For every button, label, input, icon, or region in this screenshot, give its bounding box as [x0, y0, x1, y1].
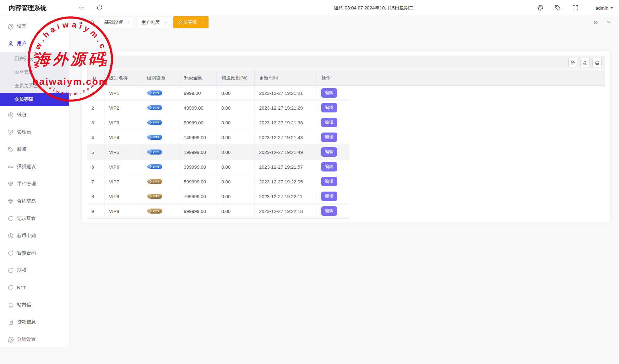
sidebar-item-options[interactable]: 期权: [0, 262, 69, 279]
column-header-ID: ID: [87, 70, 105, 85]
tabs-more-icon[interactable]: »: [594, 19, 598, 26]
tab-用户列表[interactable]: 用户列表×: [137, 16, 172, 28]
dollar-icon: [8, 233, 14, 239]
sidebar-item-smart-contract[interactable]: 智能合约: [0, 244, 69, 262]
tab-close-icon[interactable]: ×: [128, 20, 130, 25]
table-header-row: ID级别名称级别徽章升级金额赠送比例(%)更新时间操作: [87, 70, 605, 86]
badge-text: VIP1: [153, 91, 160, 95]
edit-button[interactable]: 编辑: [321, 88, 337, 98]
print-button[interactable]: [592, 58, 602, 67]
sidebar-item-label: 智能合约: [17, 250, 36, 256]
sidebar-subitem-realname[interactable]: 实名管理: [0, 66, 69, 79]
cell-id: 1: [87, 86, 105, 100]
tab-close-icon[interactable]: ×: [201, 20, 204, 25]
column-header-操作: 操作: [317, 70, 348, 85]
edit-button[interactable]: 编辑: [321, 192, 337, 201]
sidebar-item-news[interactable]: 新闻: [0, 141, 69, 158]
sidebar-item-label: 分销设置: [17, 336, 36, 342]
sidebar: 设置用户用户列表实名管理会员关系图会员等级钱包管理员新闻投拆建议币种管理合约交易…: [0, 16, 69, 347]
tabs-collapse-icon[interactable]: «: [79, 19, 82, 26]
sidebar-item-distribution[interactable]: 分销设置: [0, 331, 69, 348]
column-header-级别名称: 级别名称: [105, 70, 142, 85]
badge-text: VIP3: [153, 121, 160, 124]
palette-icon[interactable]: [537, 4, 544, 11]
edit-button[interactable]: 编辑: [321, 103, 337, 112]
refresh-icon[interactable]: [96, 4, 103, 11]
cell-action: 编辑: [317, 160, 348, 174]
badge-text: VIP5: [153, 150, 160, 154]
infinity-icon: [8, 164, 14, 170]
tabs-menu-chevron-icon[interactable]: [606, 19, 611, 25]
tag-icon[interactable]: [554, 4, 561, 11]
sidebar-item-record-view[interactable]: 记录查看: [0, 210, 69, 227]
cell-updated-time: 2023-12-27 19:21:57: [255, 160, 317, 174]
table-row-VIP4: 4VIP4VIP4149999.000.002023-12-27 19:21:4…: [87, 130, 350, 145]
sidebar-item-suggestion[interactable]: 投拆建议: [0, 158, 69, 175]
column-header-更新时间: 更新时间: [255, 70, 317, 85]
cell-updated-time: 2023-12-27 19:22:11: [255, 189, 317, 204]
sidebar-item-wallet[interactable]: 钱包: [0, 106, 69, 123]
tab-bar: « 基础设置×用户列表×会员等级× »: [69, 16, 619, 29]
cycle-icon: [8, 285, 14, 291]
export-button[interactable]: [580, 58, 590, 67]
fullscreen-icon[interactable]: [572, 4, 579, 11]
cell-action: 编辑: [317, 145, 348, 159]
cell-id: 2: [87, 101, 105, 115]
sidebar-item-label: 新币申购: [17, 233, 36, 239]
edit-button[interactable]: 编辑: [321, 206, 337, 216]
sidebar-item-coin-manage[interactable]: 币种管理: [0, 175, 69, 193]
sidebar-item-settings[interactable]: 设置: [0, 18, 69, 35]
sidebar-item-new-coin[interactable]: 新币申购: [0, 227, 69, 244]
cell-level-name: VIP4: [105, 130, 142, 144]
sidebar-item-contract-trade[interactable]: 合约交易: [0, 193, 69, 210]
cell-action: 编辑: [317, 86, 348, 100]
sidebar-item-nft[interactable]: NFT: [0, 279, 69, 296]
admin-dropdown[interactable]: admin: [595, 0, 613, 16]
columns-button[interactable]: [568, 58, 578, 67]
badge-gem-icon: [146, 149, 152, 155]
tab-label: 基础设置: [104, 19, 123, 25]
sidebar-item-label: 管理员: [17, 129, 31, 135]
tab-基础设置[interactable]: 基础设置×: [100, 16, 135, 28]
home-icon[interactable]: [89, 19, 95, 25]
cell-action: 编辑: [317, 204, 348, 218]
badge-gem-icon: [146, 90, 152, 95]
edit-button[interactable]: 编辑: [321, 147, 337, 157]
edit-button[interactable]: 编辑: [321, 177, 337, 186]
vip-badge-icon: VIP2: [149, 105, 162, 110]
cell-updated-time: 2023-12-27 19:21:43: [255, 130, 317, 144]
sidebar-item-user[interactable]: 用户: [0, 35, 69, 52]
gear-icon: [8, 336, 14, 343]
sidebar-item-label: 新闻: [17, 146, 26, 152]
edit-button[interactable]: 编辑: [321, 162, 337, 171]
dollar-icon: [8, 112, 14, 118]
bell-icon: [8, 302, 14, 308]
sidebar-subitem-member-level[interactable]: 会员等级: [0, 93, 69, 106]
cell-updated-time: 2023-12-27 19:22:18: [255, 204, 317, 218]
sidebar-item-site-mail[interactable]: 站内信: [0, 296, 69, 313]
sidebar-item-label: 用户: [17, 41, 26, 46]
edit-button[interactable]: 编辑: [321, 118, 337, 127]
cell-bonus-ratio: 0.00: [217, 101, 255, 115]
gem-icon: [8, 198, 14, 204]
column-header-级别徽章: 级别徽章: [142, 70, 179, 85]
tab-close-icon[interactable]: ×: [165, 20, 167, 25]
app-title: 内容管理系统: [9, 0, 46, 16]
sidebar-subitem-user-list[interactable]: 用户列表: [0, 52, 69, 66]
sidebar-subitem-relation-graph[interactable]: 会员关系图: [0, 79, 69, 93]
cell-bonus-ratio: 0.00: [217, 174, 255, 189]
edit-button[interactable]: 编辑: [321, 133, 337, 142]
tab-label: 用户列表: [141, 19, 160, 25]
badge-text: VIP2: [153, 106, 160, 109]
table-row-VIP9: 9VIP9VIP9999999.000.002023-12-27 19:22:1…: [87, 204, 350, 219]
sidebar-item-admin[interactable]: 管理员: [0, 123, 69, 141]
tab-会员等级[interactable]: 会员等级×: [173, 16, 209, 28]
sidebar-item-loan-info[interactable]: 贷款信息: [0, 313, 69, 331]
cell-level-name: VIP7: [105, 174, 142, 189]
badge-gem-icon: [146, 119, 152, 125]
column-header-赠送比例(%): 赠送比例(%): [217, 70, 255, 85]
cell-upgrade-amount: 399999.00: [179, 160, 217, 174]
cell-bonus-ratio: 0.00: [217, 145, 255, 159]
menu-fold-icon[interactable]: [79, 4, 85, 11]
cell-updated-time: 2023-12-27 19:21:36: [255, 115, 317, 130]
